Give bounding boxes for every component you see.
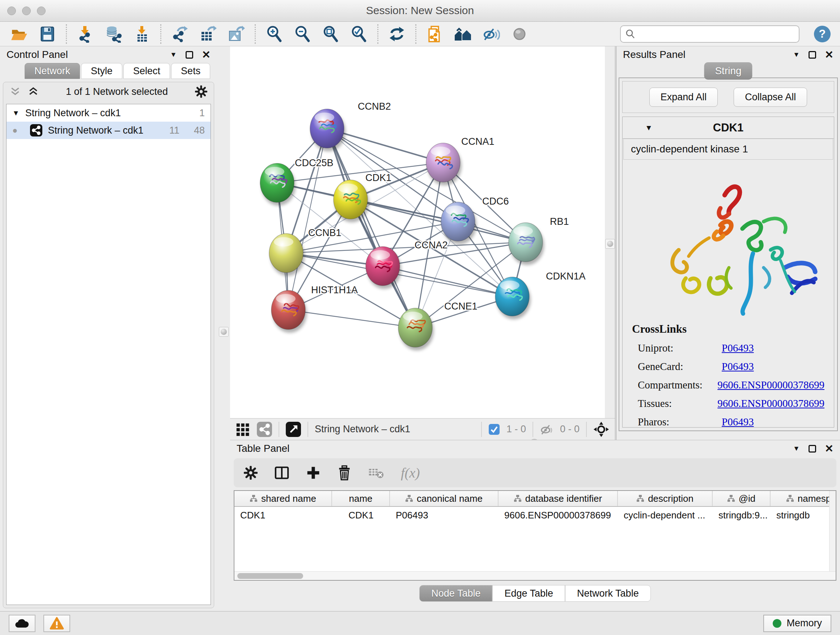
column-header-sharedname[interactable]: shared name xyxy=(234,491,332,506)
scrollbar-thumb[interactable] xyxy=(237,573,303,579)
network-node-cdc25b[interactable] xyxy=(260,163,295,206)
delete-column-icon[interactable] xyxy=(337,465,352,480)
panel-close-icon[interactable]: ✕ xyxy=(825,443,834,454)
panel-float-icon[interactable] xyxy=(808,51,816,59)
cloud-button[interactable] xyxy=(9,615,35,632)
network-node-ccna1[interactable] xyxy=(426,143,462,185)
tab-select[interactable]: Select xyxy=(123,63,170,79)
zoom-in-button[interactable] xyxy=(264,24,284,44)
network-node-hist1h1a[interactable] xyxy=(271,290,307,333)
import-network-file-button[interactable] xyxy=(76,24,95,44)
table-horizontal-scrollbar[interactable] xyxy=(234,571,836,580)
tab-network[interactable]: Network xyxy=(25,63,80,79)
panel-close-icon[interactable]: ✕ xyxy=(825,50,834,60)
right-splitter-handle[interactable] xyxy=(605,239,615,249)
export-network-button[interactable] xyxy=(170,24,189,44)
crosslink-link[interactable]: P06493 xyxy=(722,342,754,354)
table-cell[interactable]: CDK1 xyxy=(234,510,332,521)
node-table[interactable]: shared namenamecanonical namedatabase id… xyxy=(234,490,836,581)
tab-sets[interactable]: Sets xyxy=(171,63,210,79)
delete-table-icon[interactable] xyxy=(368,467,384,479)
network-edge[interactable] xyxy=(288,128,327,310)
warnings-button[interactable] xyxy=(43,615,70,632)
add-column-icon[interactable] xyxy=(306,466,321,480)
column-header-description[interactable]: description xyxy=(618,491,713,506)
window-close-button[interactable] xyxy=(7,6,16,15)
column-header-name[interactable]: name xyxy=(332,491,390,506)
network-node-ccnb2[interactable] xyxy=(310,109,346,151)
tab-string[interactable]: String xyxy=(704,62,752,80)
function-builder-icon[interactable]: f(x) xyxy=(401,465,420,481)
collapse-all-button[interactable]: Collapse All xyxy=(734,88,807,107)
memory-button[interactable]: Memory xyxy=(763,615,831,632)
refresh-button[interactable] xyxy=(387,24,407,44)
crosslink-link[interactable]: P06493 xyxy=(722,361,754,372)
help-button[interactable]: ? xyxy=(814,26,831,42)
show-columns-icon[interactable] xyxy=(274,465,289,480)
zoom-selected-button[interactable] xyxy=(349,24,369,44)
panel-menu-icon[interactable]: ▼ xyxy=(793,51,800,59)
window-zoom-button[interactable] xyxy=(37,6,46,15)
panel-float-icon[interactable] xyxy=(186,51,193,59)
network-graph[interactable]: CCNB2CCNA1CDC25BCDK1CDC6RB1CCNB1CCNA2CDK… xyxy=(230,46,605,418)
crosslink-link[interactable]: 9606.ENSP00000378699 xyxy=(717,379,824,391)
network-edge[interactable] xyxy=(288,310,415,328)
gear-icon[interactable] xyxy=(195,86,207,98)
table-cell[interactable]: P06493 xyxy=(390,510,499,521)
left-splitter[interactable] xyxy=(217,46,230,611)
hidden-eye-icon[interactable] xyxy=(540,423,554,435)
grid-view-icon[interactable] xyxy=(236,422,250,437)
table-cell[interactable]: 9606.ENSP00000378699 xyxy=(499,510,618,521)
new-network-from-selection-button[interactable] xyxy=(425,24,445,44)
export-image-button[interactable] xyxy=(226,24,246,44)
network-canvas[interactable]: CCNB2CCNA1CDC25BCDK1CDC6RB1CCNB1CCNA2CDK… xyxy=(230,46,605,418)
show-hide-graphics-button[interactable] xyxy=(482,24,501,44)
panel-menu-icon[interactable]: ▼ xyxy=(170,51,177,59)
network-node-cdk1[interactable] xyxy=(333,180,369,222)
zoom-out-button[interactable] xyxy=(293,24,312,44)
expand-all-icon[interactable] xyxy=(28,87,39,96)
window-minimize-button[interactable] xyxy=(22,6,31,15)
column-header-canonicalname[interactable]: canonical name xyxy=(390,491,499,506)
column-header-databaseidentifier[interactable]: database identifier xyxy=(499,491,618,506)
network-view-icon[interactable] xyxy=(257,422,272,437)
import-network-database-button[interactable] xyxy=(104,24,123,44)
panel-close-icon[interactable]: ✕ xyxy=(202,50,210,60)
panel-float-icon[interactable] xyxy=(808,445,816,453)
right-splitter[interactable] xyxy=(605,46,615,418)
network-node-rb1[interactable] xyxy=(508,223,544,265)
search-input[interactable] xyxy=(639,28,794,40)
collapse-section-icon[interactable]: ▼ xyxy=(645,124,653,132)
toolbar-search[interactable] xyxy=(620,25,799,43)
left-splitter-handle[interactable] xyxy=(219,327,229,337)
column-header-namespace[interactable]: namespace xyxy=(771,491,836,506)
column-header-id[interactable]: @id xyxy=(713,491,771,506)
crosslink-link[interactable]: 9606.ENSP00000378699 xyxy=(717,397,824,409)
network-edge[interactable] xyxy=(383,266,512,296)
table-vertical-scrollbar[interactable] xyxy=(829,491,836,571)
table-cell[interactable]: CDK1 xyxy=(332,510,390,521)
panel-menu-icon[interactable]: ▼ xyxy=(793,445,800,453)
crosslink-link[interactable]: P06493 xyxy=(722,416,754,428)
open-session-button[interactable] xyxy=(9,24,29,44)
zoom-fit-button[interactable] xyxy=(321,24,340,44)
selected-checkbox-icon[interactable] xyxy=(488,424,500,435)
table-row[interactable]: CDK1CDK1P064939606.ENSP00000378699cyclin… xyxy=(234,507,836,524)
tab-style[interactable]: Style xyxy=(81,63,122,79)
import-table-button[interactable] xyxy=(132,24,152,44)
tab-node-table[interactable]: Node Table xyxy=(419,585,493,602)
tab-edge-table[interactable]: Edge Table xyxy=(493,585,565,602)
table-cell[interactable]: cyclin-dependent ... xyxy=(618,510,713,521)
birds-eye-view-icon[interactable] xyxy=(286,422,301,437)
table-cell[interactable]: stringdb xyxy=(771,510,836,521)
collapse-all-icon[interactable] xyxy=(10,87,21,96)
network-edge[interactable] xyxy=(286,242,526,253)
tab-network-table[interactable]: Network Table xyxy=(565,585,651,602)
tree-expand-icon[interactable]: ▼ xyxy=(12,109,19,117)
table-options-gear-icon[interactable] xyxy=(244,466,257,480)
network-node-cdkn1a[interactable] xyxy=(495,277,531,319)
network-node-ccna2[interactable] xyxy=(366,247,401,289)
network-node-ccnb1[interactable] xyxy=(269,233,305,276)
network-collection-row[interactable]: ▼ String Network – cdk1 1 xyxy=(6,104,210,122)
eye-disabled-button[interactable] xyxy=(510,24,529,44)
